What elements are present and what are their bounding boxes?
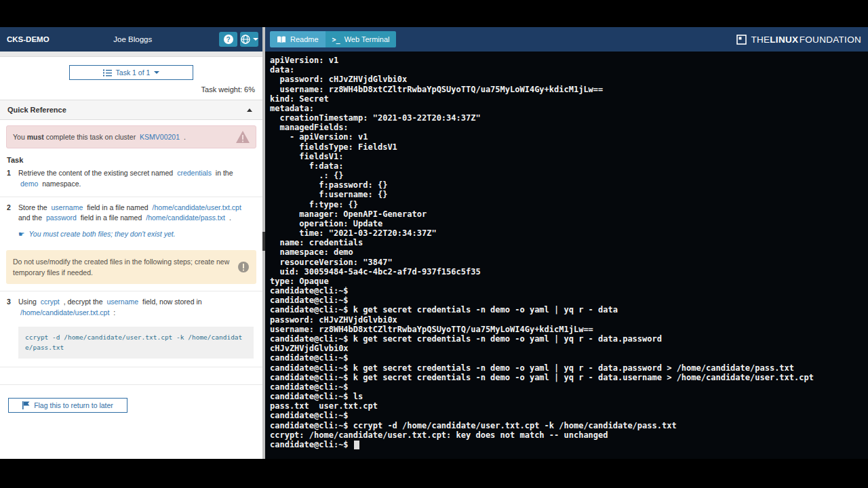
terminal-panel: Readme >_ Web Terminal THELINUX FOUNDATI…: [265, 27, 868, 459]
inline-code-link[interactable]: username: [104, 298, 140, 306]
web-terminal-output[interactable]: apiVersion: v1data: password: cHJvZHVjdG…: [265, 52, 868, 459]
linux-foundation-logo: THELINUX FOUNDATION: [736, 35, 861, 45]
note-text: Do not use/modify the created files in t…: [13, 256, 237, 279]
divider: [0, 291, 262, 291]
terminal-line: fieldsType: FieldsV1: [270, 142, 868, 152]
task-panel: CKS-DEMO Joe Bloggs ?: [0, 27, 262, 459]
collapse-caret-icon: [247, 108, 252, 112]
terminal-line: candidate@cli:~$: [270, 353, 868, 363]
inline-code-link[interactable]: demo: [18, 180, 40, 188]
terminal-line: candidate@cli:~$: [270, 440, 868, 449]
terminal-line: pass.txt user.txt.cpt: [270, 401, 868, 411]
task-step-2: 2 Store the username field in a file nam…: [0, 201, 262, 229]
cluster-alert-text: You must complete this task on cluster K…: [13, 132, 236, 142]
terminal-line: password: cHJvZHVjdGlvbi0x: [270, 75, 868, 84]
book-icon: [277, 36, 286, 43]
text-segment: .: [182, 133, 186, 141]
terminal-line: username: rz8WH4bD8xtCZltrRwbaYpQSUyoTTQ…: [270, 85, 868, 94]
terminal-line: f:username: {}: [270, 190, 868, 199]
help-button[interactable]: ?: [219, 32, 237, 47]
question-mark-icon: ?: [224, 35, 233, 44]
tab-web-terminal-label: Web Terminal: [344, 35, 390, 43]
flag-task-button[interactable]: Flag this to return to later: [8, 398, 127, 413]
terminal-line: candidate@cli:~$: [270, 411, 868, 420]
task-selector-button[interactable]: Task 1 of 1: [69, 65, 193, 80]
task-step-3: 3 Using ccrypt , decrypt the username fi…: [0, 295, 262, 323]
text-segment: field, now stored in: [140, 298, 201, 306]
step-text: Store the username field in a file named…: [18, 203, 254, 224]
terminal-prompt-icon: >_: [332, 36, 340, 43]
text-segment: in the: [214, 169, 233, 177]
step-number: 1: [7, 168, 18, 190]
logo-text: THELINUX FOUNDATION: [751, 35, 861, 45]
terminal-line: manager: OpenAPI-Generator: [270, 209, 868, 219]
chevron-down-icon: [154, 71, 159, 74]
divider: [0, 367, 262, 367]
step-number: 2: [7, 203, 18, 224]
text-segment: Using: [18, 298, 39, 306]
inline-code-link[interactable]: /home/candidate/pass.txt: [144, 214, 227, 222]
terminal-line: username: rz8WH4bD8xtCZltrRwbaYpQSUyoTTQ…: [270, 325, 868, 334]
divider: [0, 197, 262, 197]
terminal-line: fieldsV1:: [270, 152, 868, 161]
terminal-line: .: {}: [270, 171, 868, 180]
terminal-line: cHJvZHVjdGlvbi0x: [270, 344, 868, 353]
text-segment: You: [13, 133, 27, 141]
text-segment: Store the: [18, 203, 50, 211]
terminal-line: candidate@cli:~$ k get secret credential…: [270, 363, 868, 373]
inline-code-link[interactable]: password: [44, 214, 79, 222]
inline-code-link[interactable]: ccrypt: [39, 298, 62, 306]
text-segment: field in a file named: [85, 203, 150, 211]
inline-code-link[interactable]: username: [50, 203, 85, 211]
text-segment: .: [227, 214, 231, 222]
linux-foundation-mark-icon: [736, 35, 747, 45]
terminal-header: Readme >_ Web Terminal THELINUX FOUNDATI…: [265, 27, 868, 52]
terminal-line: operation: Update: [270, 219, 868, 228]
terminal-line: candidate@cli:~$ ls: [270, 392, 868, 401]
letterbox-top: [0, 0, 868, 27]
task-heading: Task: [7, 156, 256, 164]
tab-web-terminal[interactable]: >_ Web Terminal: [326, 31, 397, 47]
terminal-line: candidate@cli:~$ k get secret credential…: [270, 334, 868, 344]
terminal-line: - apiVersion: v1: [270, 132, 868, 142]
divider: [0, 384, 262, 385]
terminal-line: f:type: {}: [270, 200, 868, 209]
terminal-line: kind: Secret: [270, 94, 868, 104]
scrollbar-thumb[interactable]: [262, 232, 265, 251]
info-circle-icon: [237, 261, 250, 273]
tab-readme[interactable]: Readme: [270, 31, 326, 47]
terminal-line: namespace: demo: [270, 247, 868, 257]
terminal-line: f:data:: [270, 161, 868, 171]
terminal-line: type: Opaque: [270, 277, 868, 286]
terminal-line: candidate@cli:~$: [270, 286, 868, 296]
terminal-line: candidate@cli:~$ k get secret credential…: [270, 373, 868, 382]
inline-code-link[interactable]: /home/candidate/user.txt.cpt: [18, 308, 111, 317]
text-segment: , decrypt the: [62, 298, 105, 306]
task-panel-header: CKS-DEMO Joe Bloggs ?: [0, 27, 262, 52]
quick-reference-title: Quick Reference: [7, 106, 66, 114]
list-icon: [103, 69, 112, 77]
tip-text: You must create both files; they don't e…: [28, 230, 175, 238]
chevron-down-icon: [253, 38, 258, 41]
terminal-line: candidate@cli:~$: [270, 382, 868, 392]
task-weight: Task weight: 6%: [0, 80, 262, 100]
header-divider-strip: [0, 52, 262, 57]
inline-code-link[interactable]: credentials: [175, 169, 214, 177]
cluster-alert: You must complete this task on cluster K…: [6, 125, 256, 148]
terminal-line: managedFields:: [270, 123, 868, 132]
terminal-cursor: [354, 441, 359, 449]
warning-triangle-icon: [236, 131, 250, 143]
quick-reference-header[interactable]: Quick Reference: [0, 100, 262, 120]
flag-icon: [22, 401, 30, 409]
letterbox-bottom: [0, 459, 868, 488]
language-button[interactable]: [240, 32, 258, 47]
app-title: CKS-DEMO: [7, 35, 50, 43]
inline-code-link[interactable]: KSMV00201: [138, 133, 182, 141]
exam-app: CKS-DEMO Joe Bloggs ?: [0, 27, 868, 459]
inline-code-link[interactable]: /home/candidate/user.txt.cpt: [151, 203, 243, 211]
terminal-line: apiVersion: v1: [270, 56, 868, 65]
terminal-line: uid: 30059484-5a4c-4bc2-af7d-937f156c5f3…: [270, 267, 868, 277]
text-segment: complete this task on cluster: [44, 133, 138, 141]
command-code-block[interactable]: ccrypt -d /home/candidate/user.txt.cpt -…: [18, 327, 254, 359]
panel-scrollbar[interactable]: [262, 27, 265, 459]
